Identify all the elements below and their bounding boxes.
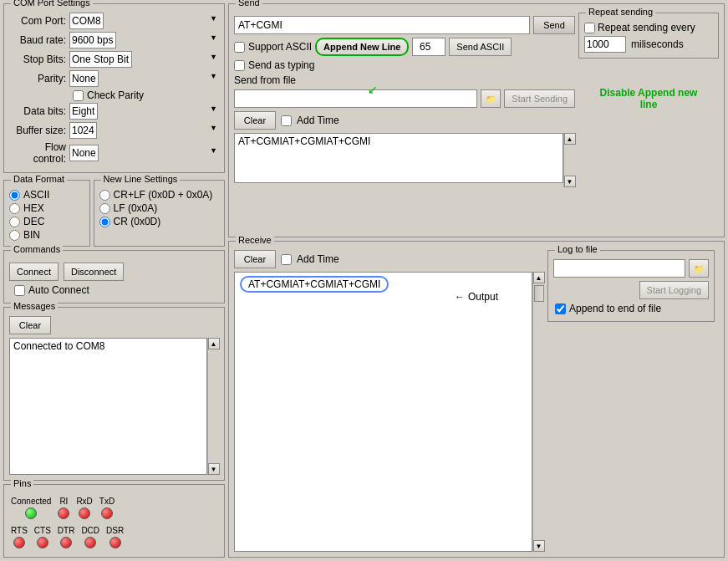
pin-item-connected: Connected [11,497,51,519]
bin-label: BIN [23,229,40,241]
hex-radio[interactable] [9,203,20,214]
messages-content-area: Connected to COM8 [9,338,207,475]
buffer-size-label: Buffer size: [9,125,69,136]
receive-group: Receive Clear Add Time AT+CGMIAT+CGMIAT+… [228,241,725,558]
receive-scroll-thumb[interactable] [534,285,544,302]
send-from-file-label: Send from file [234,74,296,86]
commands-title: Commands [11,244,63,254]
send-history-text: AT+CGMIAT+CGMIAT+CGMI [238,135,370,147]
data-bits-label: Data bits: [9,105,69,117]
append-to-end-checkbox[interactable] [555,303,566,314]
send-title: Send [236,0,262,8]
repeat-interval-input[interactable]: 1000 [584,36,626,53]
append-new-line-button[interactable]: Append New Line [315,38,409,56]
check-parity-checkbox[interactable] [73,90,84,101]
send-ascii-button[interactable]: Send ASCII [449,38,512,56]
new-line-settings-group: New Line Settings CR+LF (0x0D + 0x0A) LF… [94,180,225,247]
flow-control-select[interactable]: None [69,145,99,161]
data-format-group: Data Format ASCII HEX DEC BIN [3,180,90,247]
repeat-sending-label: Repeat sending every [598,22,695,33]
dec-label: DEC [23,216,44,227]
receive-clear-button[interactable]: Clear [234,250,276,268]
pin-item-rxd: RxD [76,497,92,519]
ascii-size-input[interactable]: 65 [412,38,445,56]
log-browse-button[interactable]: 📁 [689,259,709,278]
output-label: ← Output [455,291,498,303]
send-as-typing-label: Send as typing [248,59,314,71]
receive-content-area: AT+CGMIAT+CGMIAT+CGMI ← Output [234,272,532,552]
send-as-typing-checkbox[interactable] [234,60,245,71]
com-port-select[interactable]: COM8 [69,13,104,29]
pin-item-ri: RI [58,497,69,519]
send-history-area: AT+CGMIAT+CGMIAT+CGMI [234,133,563,183]
messages-scrollbar[interactable]: ▲ ▼ [207,338,219,475]
ascii-radio[interactable] [9,190,20,201]
send-scroll-up[interactable]: ▲ [564,133,576,145]
cr-radio[interactable] [99,217,110,227]
buffer-size-select[interactable]: 1024 [69,122,97,139]
messages-clear-button[interactable]: Clear [9,316,51,334]
crlf-radio[interactable] [99,190,110,201]
baud-rate-select[interactable]: 9600 bps [69,32,116,48]
pin-item-dtr: DTR [58,526,75,548]
com-port-settings-title: COM Port Settings [11,0,93,8]
dec-radio[interactable] [9,217,20,227]
messages-title: Messages [11,301,58,311]
lf-radio[interactable] [99,203,110,214]
send-input[interactable]: AT+CGMI [234,16,530,34]
receive-add-time-label: Add Time [297,253,339,265]
send-scrollbar[interactable]: ▲ ▼ [563,133,575,187]
com-port-label: Com Port: [9,15,69,27]
send-scroll-down[interactable]: ▼ [564,176,576,187]
pins-title: Pins [11,478,33,488]
parity-label: Parity: [9,73,69,84]
connect-button[interactable]: Connect [9,263,59,281]
stop-bits-select[interactable]: One Stop Bit [69,51,132,68]
receive-scroll-down[interactable]: ▼ [533,540,545,552]
check-parity-label: Check Parity [87,89,144,101]
log-to-file-group: Log to file 📁 Start Logging Append to en… [547,250,715,322]
receive-output-text: AT+CGMIAT+CGMIAT+CGMI [240,276,389,293]
add-time-label: Add Time [297,115,339,126]
pins-group: Pins Connected RI RxD TxD RTS CTS DTR DC… [3,484,225,558]
receive-add-time-checkbox[interactable] [281,254,292,265]
disconnect-button[interactable]: Disconnect [64,263,124,281]
messages-scroll-up[interactable]: ▲ [208,338,220,349]
lf-label: LF (0x0A) [114,202,158,214]
send-button[interactable]: Send [533,16,575,34]
send-group: Send AT+CGMI Send Support ASCII Append N… [228,3,725,237]
messages-scroll-down[interactable]: ▼ [208,463,220,475]
cr-label: CR (0x0D) [114,216,161,227]
start-logging-button[interactable]: Start Logging [639,281,709,299]
append-to-end-label: Append to end of file [569,303,661,314]
auto-connect-checkbox[interactable] [14,285,25,296]
data-bits-select[interactable]: Eight [69,103,98,120]
browse-button[interactable]: 📁 [481,89,501,108]
repeat-unit-label: miliseconds [631,38,684,50]
receive-scrollbar[interactable]: ▲ ▼ [532,272,544,552]
file-input-box [234,89,477,108]
support-ascii-checkbox[interactable] [234,42,245,53]
hex-label: HEX [23,202,44,214]
send-clear-button[interactable]: Clear [234,111,276,130]
log-to-file-title: Log to file [555,244,600,254]
pin-item-cts: CTS [34,526,51,548]
crlf-label: CR+LF (0x0D + 0x0A) [114,189,213,201]
start-sending-button[interactable]: Start Sending [504,89,575,108]
log-file-input [553,259,685,278]
receive-title: Receive [236,235,274,245]
receive-scroll-up[interactable]: ▲ [533,272,545,283]
flow-control-label: Flow control: [9,141,69,165]
data-format-title: Data Format [11,174,67,184]
com-port-settings-group: COM Port Settings Com Port: COM8 Baud ra… [3,3,225,173]
pin-item-txd: TxD [99,497,115,519]
messages-group: Messages Clear Connected to COM8 ▲ ▼ [3,307,225,481]
support-ascii-label: Support ASCII [248,41,312,53]
repeat-sending-checkbox[interactable] [584,23,595,33]
new-line-settings-title: New Line Settings [101,174,181,184]
parity-select[interactable]: None [69,70,99,87]
commands-group: Commands Connect Disconnect Auto Connect [3,250,225,303]
bin-radio[interactable] [9,230,20,241]
pin-item-dcd: DCD [81,526,99,548]
add-time-checkbox[interactable] [281,115,292,126]
